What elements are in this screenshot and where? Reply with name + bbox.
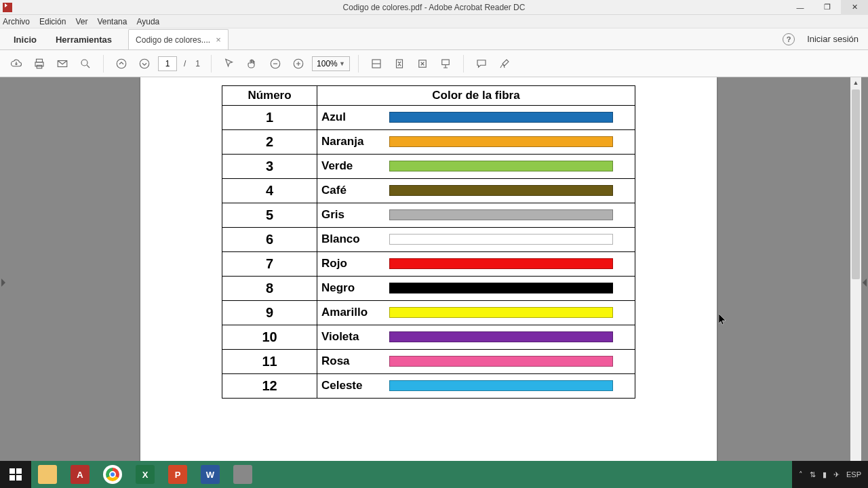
print-button[interactable] [30,54,49,73]
cell-number: 9 [222,301,317,325]
menu-edicion[interactable]: Edición [39,17,66,26]
cell-color: Rosa [317,350,635,374]
tray-network-icon[interactable]: ⇅ [810,470,816,479]
color-name: Blanco [321,232,389,246]
vertical-scrollbar[interactable]: ▲ ▼ [850,77,861,488]
table-row: 11Rosa [222,350,635,374]
fit-page-button[interactable] [390,54,409,73]
document-tab-label: Codigo de colores.... [136,35,210,45]
taskbar-word[interactable]: W [194,461,226,488]
color-swatch [389,234,613,245]
zoom-in-button[interactable] [289,54,308,73]
comment-button[interactable] [472,54,491,73]
taskbar-acrobat[interactable]: A [64,461,96,488]
left-panel-toggle[interactable] [0,77,7,488]
zoom-out-button[interactable] [266,54,285,73]
cell-number: 10 [222,325,317,350]
taskbar-explorer[interactable] [31,461,64,488]
menu-ayuda[interactable]: Ayuda [136,17,159,26]
color-name: Gris [321,208,389,222]
cell-color: Verde [317,155,635,179]
rotate-button[interactable] [413,54,432,73]
color-code-table: Número Color de la fibra 1Azul2Naranja3V… [222,85,635,399]
sign-button[interactable] [495,54,514,73]
table-row: 1Azul [222,106,635,130]
color-name: Violeta [321,330,389,344]
gray-margin-left [7,77,139,488]
table-row: 4Café [222,179,635,203]
gray-margin-right [718,77,850,488]
hand-tool-button[interactable] [243,54,262,73]
tab-herramientas[interactable]: Herramientas [46,30,121,49]
tray-battery-icon[interactable]: ▮ [823,470,827,479]
fit-width-button[interactable] [367,54,386,73]
tray-chevron-icon[interactable]: ˄ [799,470,803,479]
scroll-thumb[interactable] [852,89,860,279]
table-row: 3Verde [222,155,635,179]
taskbar-powerpoint[interactable]: P [161,461,194,488]
tray-airplane-icon[interactable]: ✈ [833,470,840,479]
minimize-button[interactable]: — [787,0,814,15]
select-tool-button[interactable] [220,54,239,73]
help-icon[interactable]: ? [783,33,795,45]
color-name: Naranja [321,135,389,148]
cell-number: 1 [222,106,317,130]
color-swatch [389,136,613,147]
color-swatch [389,209,613,220]
save-cloud-button[interactable] [7,54,26,73]
email-button[interactable] [53,54,72,73]
taskbar-chrome[interactable] [96,461,129,488]
color-swatch [389,380,613,391]
svg-rect-12 [442,60,450,65]
signin-link[interactable]: Iniciar sesión [807,34,859,44]
search-button[interactable] [76,54,95,73]
cell-color: Naranja [317,130,635,155]
toolbar: / 1 100%▼ [0,50,868,77]
system-tray[interactable]: ˄ ⇅ ▮ ✈ ESP [792,461,868,488]
table-row: 6Blanco [222,228,635,252]
tab-inicio[interactable]: Inicio [4,30,46,49]
start-button[interactable] [0,461,31,488]
cell-number: 12 [222,374,317,399]
cell-color: Violeta [317,325,635,350]
maximize-button[interactable]: ❐ [814,0,841,15]
zoom-value: 100% [317,59,338,68]
svg-rect-0 [37,59,43,62]
taskbar-excel[interactable]: X [129,461,161,488]
cell-color: Gris [317,203,635,228]
cell-number: 11 [222,350,317,374]
table-row: 12Celeste [222,374,635,399]
page-number-input[interactable] [158,56,177,71]
menu-archivo[interactable]: Archivo [3,17,30,26]
color-swatch [389,185,613,196]
close-tab-icon[interactable]: × [216,35,221,45]
tray-language[interactable]: ESP [846,470,861,479]
cell-color: Amarillo [317,301,635,325]
page-up-button[interactable] [112,54,131,73]
svg-point-4 [81,60,87,66]
zoom-select[interactable]: 100%▼ [312,56,350,71]
close-button[interactable]: ✕ [841,0,868,15]
windows-taskbar: A X P W ˄ ⇅ ▮ ✈ ESP [0,461,868,488]
right-panel-toggle[interactable] [861,77,868,488]
menu-ver[interactable]: Ver [75,17,87,26]
document-tab[interactable]: Codigo de colores.... × [128,29,229,49]
scroll-track[interactable] [850,88,861,477]
cell-number: 5 [222,203,317,228]
color-swatch [389,283,613,293]
taskbar-app[interactable] [226,461,259,488]
cell-number: 7 [222,252,317,277]
cell-number: 8 [222,277,317,301]
color-swatch [389,356,613,367]
app-icon [3,3,12,12]
color-name: Verde [321,159,389,173]
tab-bar: Inicio Herramientas Codigo de colores...… [0,28,868,50]
document-area[interactable]: Número Color de la fibra 1Azul2Naranja3V… [139,77,718,488]
menu-ventana[interactable]: Ventana [97,17,127,26]
page-down-button[interactable] [135,54,154,73]
read-mode-button[interactable] [436,54,455,73]
color-swatch [389,258,613,269]
cell-number: 2 [222,130,317,155]
scroll-up-icon[interactable]: ▲ [850,77,861,88]
color-name: Celeste [321,379,389,392]
